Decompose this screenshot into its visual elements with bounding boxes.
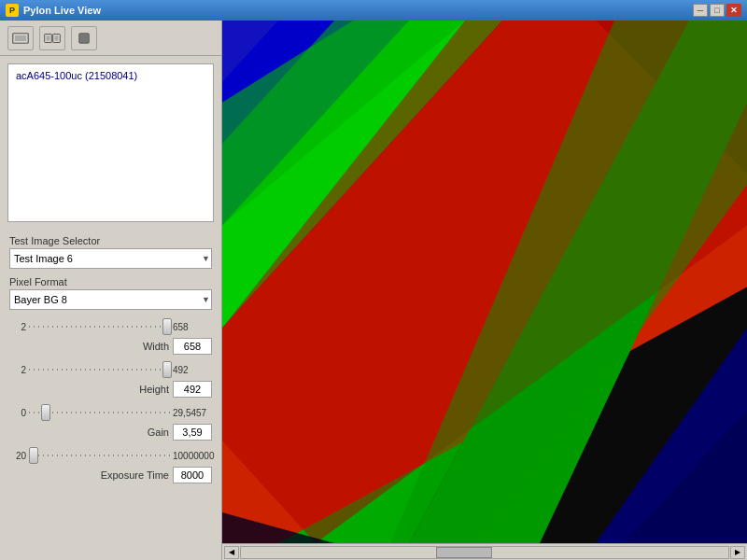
toolbar xyxy=(0,21,221,56)
scroll-track[interactable] xyxy=(240,546,729,559)
height-slider-row: 2 492 xyxy=(9,360,212,379)
svg-rect-1 xyxy=(15,35,26,41)
gain-slider-container xyxy=(29,403,170,422)
stop-button[interactable] xyxy=(71,26,97,50)
maximize-button[interactable]: □ xyxy=(710,4,725,17)
horizontal-scrollbar: ◀ ▶ xyxy=(222,543,747,560)
gain-slider-row: 0 29,5457 xyxy=(9,403,212,422)
gain-slider-thumb[interactable] xyxy=(41,404,50,421)
device-list: acA645-100uc (21508041) xyxy=(7,63,214,222)
image-view xyxy=(222,21,747,543)
width-max-label: 658 xyxy=(173,322,212,332)
window-controls: ─ □ ✕ xyxy=(693,4,741,17)
pixel-format-selector[interactable]: Bayer BG 8 Mono 8 Bayer GB 8 Bayer GR 8 … xyxy=(9,289,212,310)
height-max-label: 492 xyxy=(173,365,212,375)
controls-area: Test Image Selector Test Image 6 Test Im… xyxy=(0,230,221,560)
exposure-slider-row: 20 10000000 xyxy=(9,446,212,465)
exposure-value[interactable] xyxy=(173,467,212,483)
height-slider-thumb[interactable] xyxy=(162,361,172,378)
scroll-thumb[interactable] xyxy=(436,547,492,558)
exposure-slider-container xyxy=(29,446,170,465)
window-title: Pylon Live View xyxy=(23,5,693,16)
close-button[interactable]: ✕ xyxy=(726,4,741,17)
test-image-selector-wrapper: Test Image 6 Test Image 1 Test Image 2 T… xyxy=(9,248,212,269)
exposure-max-label: 10000000 xyxy=(173,451,212,461)
svg-rect-5 xyxy=(55,35,59,40)
right-panel: ◀ ▶ xyxy=(222,21,747,560)
exposure-slider-track xyxy=(29,455,170,456)
height-param-row: Height xyxy=(9,381,212,398)
gain-min-label: 0 xyxy=(9,408,26,418)
pixel-format-label: Pixel Format xyxy=(9,276,212,287)
exposure-slider-thumb[interactable] xyxy=(29,447,38,464)
svg-rect-4 xyxy=(47,35,50,40)
test-image-selector[interactable]: Test Image 6 Test Image 1 Test Image 2 T… xyxy=(9,248,212,269)
scroll-right-button[interactable]: ▶ xyxy=(730,546,745,559)
svg-rect-6 xyxy=(79,33,90,43)
single-capture-button[interactable] xyxy=(7,26,34,50)
width-value[interactable] xyxy=(173,338,212,355)
title-bar: P Pylon Live View ─ □ ✕ xyxy=(0,0,747,21)
device-item[interactable]: acA645-100uc (21508041) xyxy=(12,68,209,83)
width-slider-track xyxy=(29,326,170,328)
pixel-format-wrapper: Bayer BG 8 Mono 8 Bayer GB 8 Bayer GR 8 … xyxy=(9,289,212,310)
gain-label: Gain xyxy=(9,427,173,438)
gain-max-label: 29,5457 xyxy=(173,408,212,418)
minimize-button[interactable]: ─ xyxy=(693,4,708,17)
multi-capture-button[interactable] xyxy=(39,26,65,50)
width-min-label: 2 xyxy=(9,322,26,332)
left-panel: acA645-100uc (21508041) Test Image Selec… xyxy=(0,21,222,560)
width-label: Width xyxy=(9,341,173,352)
test-image-selector-label: Test Image Selector xyxy=(9,235,212,246)
scroll-left-button[interactable]: ◀ xyxy=(224,546,239,559)
app-icon: P xyxy=(6,4,19,17)
height-slider-container xyxy=(29,360,170,379)
width-param-row: Width xyxy=(9,338,212,355)
height-slider-track xyxy=(29,369,170,371)
exposure-param-row: Exposure Time xyxy=(9,467,212,483)
width-slider-thumb[interactable] xyxy=(162,318,172,335)
exposure-label: Exposure Time xyxy=(9,469,173,481)
main-content: acA645-100uc (21508041) Test Image Selec… xyxy=(0,21,747,560)
test-image-canvas xyxy=(222,21,747,543)
width-slider-row: 2 658 xyxy=(9,317,212,336)
height-min-label: 2 xyxy=(9,365,26,375)
gain-value[interactable] xyxy=(173,424,212,441)
width-slider-container xyxy=(29,317,170,336)
height-value[interactable] xyxy=(173,381,212,398)
gain-param-row: Gain xyxy=(9,424,212,441)
exposure-min-label: 20 xyxy=(9,451,26,461)
height-label: Height xyxy=(9,384,173,395)
